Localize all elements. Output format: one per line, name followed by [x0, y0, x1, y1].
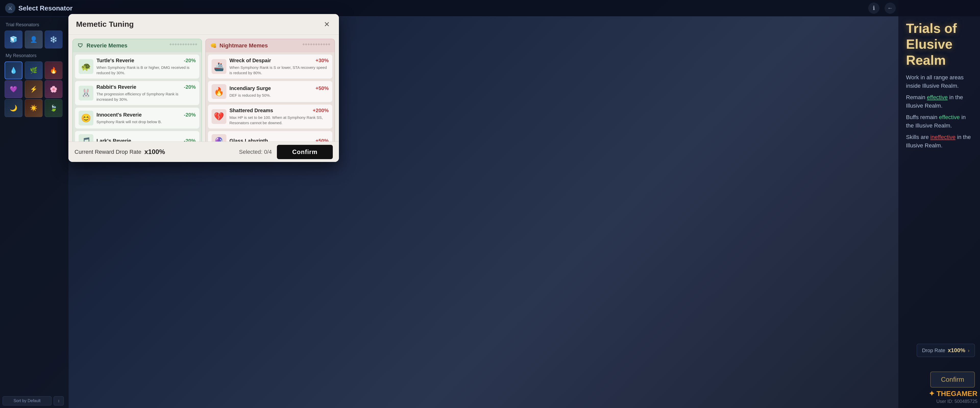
reverie-meme-desc-0: When Symphony Rank is B or higher, DMG r… — [97, 65, 196, 76]
app-title: Select Resonator — [18, 4, 73, 12]
reverie-meme-rate-1: -20% — [184, 84, 196, 90]
reverie-meme-name-2: Innocent's Reverie — [97, 112, 142, 118]
trial-resonator-3[interactable]: ❄️ — [45, 30, 62, 48]
nightmare-meme-list: 🚢 Wreck of Despair +30% When Symphony Ra… — [206, 52, 334, 144]
my-resonator-4[interactable]: 💜 — [5, 80, 22, 98]
nightmare-meme-item-1[interactable]: 🔥 Incendiary Surge +50% DEF is reduced b… — [208, 81, 332, 102]
reverie-meme-item-0[interactable]: 🐢 Turtle's Reverie -20% When Symphony Ra… — [75, 54, 200, 79]
my-resonator-grid: 💧 🌿 🔥 💜 ⚡ 🌸 🌙 ☀️ 🍃 — [2, 60, 66, 119]
reverie-meme-icon-0: 🐢 — [79, 59, 94, 74]
nightmare-meme-icon-0: 🚢 — [212, 59, 226, 74]
thegamer-logo: ✦ THEGAMER — [929, 389, 977, 398]
trial-resonator-2[interactable]: 👤 — [25, 30, 43, 48]
sidebar: Trial Resonators 🧊 👤 ❄️ My Resonators 💧 … — [0, 17, 68, 408]
reverie-panel-header: 🛡 Reverie Memes ◆◆◆◆◆◆◆◆◆◆◆ — [73, 39, 202, 52]
reward-drop-label: Current Reward Drop Rate — [75, 149, 142, 155]
modal-title: Memetic Tuning — [76, 20, 134, 29]
reverie-panel-label: Reverie Memes — [86, 42, 127, 49]
desc3-highlight: effective — [939, 114, 960, 121]
reverie-meme-list: 🐢 Turtle's Reverie -20% When Symphony Ra… — [73, 52, 202, 144]
memetic-tuning-modal: Memetic Tuning ✕ 🛡 Reverie Memes ◆◆◆◆◆◆◆… — [68, 14, 339, 162]
drop-rate-label: Drop Rate — [922, 348, 945, 353]
nightmare-panel-deco: ◆◆◆◆◆◆◆◆◆◆◆ — [302, 43, 331, 46]
modal-close-button[interactable]: ✕ — [322, 20, 331, 29]
drop-rate-arrow-icon[interactable]: › — [968, 348, 969, 353]
my-resonator-7[interactable]: 🌙 — [5, 99, 22, 117]
modal-body: 🛡 Reverie Memes ◆◆◆◆◆◆◆◆◆◆◆ 🐢 Turtle's R… — [68, 35, 339, 144]
reverie-panel: 🛡 Reverie Memes ◆◆◆◆◆◆◆◆◆◆◆ 🐢 Turtle's R… — [73, 39, 202, 144]
reverie-meme-desc-2: Symphony Rank will not drop below B. — [97, 119, 196, 124]
my-resonator-1[interactable]: 💧 — [5, 62, 22, 79]
reverie-meme-rate-2: -20% — [184, 112, 196, 118]
nightmare-meme-rate-1: +50% — [315, 86, 329, 91]
reward-drop-section: Current Reward Drop Rate x100% — [75, 148, 165, 156]
nightmare-meme-name-row-0: Wreck of Despair +30% — [229, 58, 329, 64]
sort-icon-btn[interactable]: ↕ — [54, 396, 64, 405]
top-right-icons: ℹ ← — [868, 3, 896, 14]
my-resonator-6[interactable]: 🌸 — [45, 80, 62, 98]
modal-header: Memetic Tuning ✕ — [68, 14, 339, 35]
nightmare-meme-content-2: Shattered Dreams +200% Max HP is set to … — [229, 108, 329, 125]
my-resonator-2[interactable]: 🌿 — [25, 62, 43, 79]
reverie-meme-content-1: Rabbit's Reverie -20% The progression ef… — [97, 84, 196, 102]
nightmare-meme-icon-1: 🔥 — [212, 84, 226, 99]
nightmare-meme-name-0: Wreck of Despair — [229, 58, 271, 64]
nightmare-meme-name-row-2: Shattered Dreams +200% — [229, 108, 329, 113]
nightmare-meme-name-row-1: Incendiary Surge +50% — [229, 86, 329, 91]
my-resonator-5[interactable]: ⚡ — [25, 80, 43, 98]
trial-resonator-1[interactable]: 🧊 — [5, 30, 22, 48]
reverie-meme-name-row-1: Rabbit's Reverie -20% — [97, 84, 196, 90]
footer-right: Selected: 0/4 Confirm — [239, 145, 333, 159]
reverie-panel-deco: ◆◆◆◆◆◆◆◆◆◆◆ — [169, 43, 197, 46]
right-confirm-button[interactable]: Confirm — [930, 371, 975, 387]
desc4-highlight: ineffective — [930, 134, 956, 140]
nightmare-panel-label: Nightmare Memes — [220, 42, 268, 49]
nightmare-meme-item-0[interactable]: 🚢 Wreck of Despair +30% When Symphony Ra… — [208, 54, 332, 79]
nightmare-meme-name-2: Shattered Dreams — [229, 108, 273, 113]
selected-count-text: Selected: 0/4 — [239, 149, 272, 155]
right-panel-title: Trials of Elusive Realm — [906, 21, 972, 68]
reverie-meme-name-row-0: Turtle's Reverie -20% — [97, 58, 196, 64]
info-icon[interactable]: ℹ — [868, 3, 880, 14]
reverie-meme-item-2[interactable]: 😊 Innocent's Reverie -20% Symphony Rank … — [75, 107, 200, 129]
nightmare-meme-desc-0: When Symphony Rank is S or lower, STA re… — [229, 65, 329, 76]
nightmare-meme-rate-0: +30% — [315, 58, 329, 64]
trial-resonator-grid: 🧊 👤 ❄️ — [2, 29, 66, 50]
my-resonators-label: My Resonators — [2, 50, 66, 60]
drop-rate-value: x100% — [948, 347, 966, 354]
drop-rate-bar: Drop Rate x100% › — [917, 344, 975, 357]
desc2-highlight: effective — [927, 94, 948, 100]
nightmare-panel-header: 👊 Nightmare Memes ◆◆◆◆◆◆◆◆◆◆◆ — [206, 39, 334, 52]
sort-default-btn[interactable]: Sort by Default — [3, 396, 52, 405]
nightmare-meme-icon-2: 💔 — [212, 109, 226, 124]
nightmare-meme-content-0: Wreck of Despair +30% When Symphony Rank… — [229, 58, 329, 76]
my-resonator-3[interactable]: 🔥 — [45, 62, 62, 79]
reverie-meme-name-1: Rabbit's Reverie — [97, 84, 136, 90]
nightmare-meme-name-1: Incendiary Surge — [229, 86, 271, 91]
trial-resonators-label: Trial Resonators — [2, 19, 66, 29]
reverie-meme-item-1[interactable]: 🐰 Rabbit's Reverie -20% The progression … — [75, 81, 200, 105]
nightmare-meme-rate-2: +200% — [313, 108, 329, 113]
confirm-button[interactable]: Confirm — [277, 145, 333, 159]
right-panel-desc2: Remain effective in the Illusive Realm. — [906, 93, 972, 110]
sort-bar: Sort by Default ↕ — [3, 396, 64, 405]
reverie-panel-icon: 🛡 — [77, 42, 84, 49]
my-resonator-9[interactable]: 🍃 — [45, 99, 62, 117]
right-panel-desc4: Skills are ineffective in the Illusive R… — [906, 133, 972, 150]
reward-drop-value: x100% — [145, 148, 165, 156]
nightmare-meme-content-1: Incendiary Surge +50% DEF is reduced by … — [229, 86, 329, 98]
reverie-meme-desc-1: The progression efficiency of Symphony R… — [97, 91, 196, 102]
reverie-meme-icon-1: 🐰 — [79, 86, 94, 100]
back-icon[interactable]: ← — [885, 3, 896, 14]
reverie-meme-content-2: Innocent's Reverie -20% Symphony Rank wi… — [97, 112, 196, 124]
nightmare-panel-icon: 👊 — [210, 42, 217, 49]
user-id-label: User ID: 500485725 — [936, 399, 977, 404]
nightmare-panel: 👊 Nightmare Memes ◆◆◆◆◆◆◆◆◆◆◆ 🚢 Wreck of… — [205, 39, 335, 144]
reverie-meme-name-0: Turtle's Reverie — [97, 58, 134, 64]
my-resonator-8[interactable]: ☀️ — [25, 99, 43, 117]
reverie-meme-rate-0: -20% — [184, 58, 196, 64]
reverie-meme-name-row-2: Innocent's Reverie -20% — [97, 112, 196, 118]
reverie-meme-content-0: Turtle's Reverie -20% When Symphony Rank… — [97, 58, 196, 76]
nightmare-meme-item-2[interactable]: 💔 Shattered Dreams +200% Max HP is set t… — [208, 104, 332, 129]
app-icon: ⚔ — [5, 3, 15, 13]
